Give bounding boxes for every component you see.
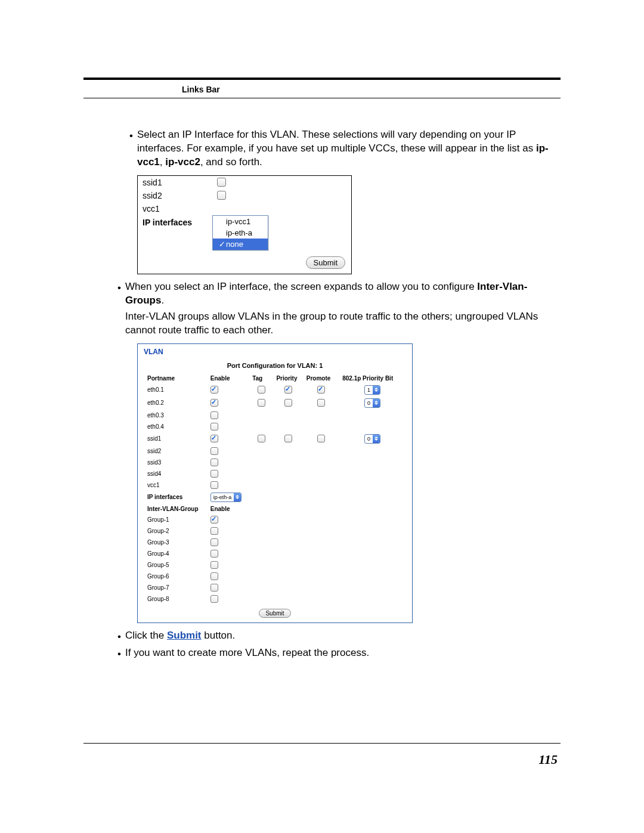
table-row: Group-8 — [145, 594, 405, 604]
b4-text: If you want to create more VLANs, repeat… — [125, 647, 369, 658]
updown-arrows-icon — [234, 493, 241, 501]
table-row: eth0.4 — [145, 422, 405, 432]
b1-bold2: ip-vcc2 — [165, 156, 200, 168]
b2-post: . — [161, 295, 164, 306]
shot2-caption: Port Configuration for VLAN: 1 — [144, 362, 406, 369]
enable-checkbox[interactable] — [210, 435, 218, 442]
dropdown-option[interactable]: ip-eth-a — [226, 228, 252, 237]
group-name: Group-5 — [145, 560, 207, 570]
priority-checkbox[interactable] — [284, 399, 292, 407]
port-name: eth0.4 — [145, 422, 207, 432]
promote-checkbox[interactable] — [317, 399, 325, 407]
table-row: ssid10 — [145, 433, 405, 445]
ip-interface-value: ip-eth-a — [211, 494, 234, 500]
submit-link[interactable]: Submit — [167, 630, 202, 641]
group-name: Group-3 — [145, 537, 207, 547]
updown-arrows-icon — [373, 386, 380, 394]
group-enable-checkbox[interactable] — [210, 584, 218, 592]
group-name: Group-6 — [145, 571, 207, 581]
b3-post: button. — [202, 630, 236, 641]
dropdown-option[interactable]: ip-vcc1 — [226, 217, 250, 226]
enable-checkbox[interactable] — [210, 481, 218, 489]
th-promote: Promote — [304, 374, 339, 383]
b3-pre: Click the — [125, 630, 167, 641]
priority-checkbox[interactable] — [284, 386, 292, 394]
bullet-2: • When you select an IP interface, the s… — [113, 280, 561, 337]
port-name: ssid4 — [145, 469, 207, 479]
port-name: eth0.2 — [145, 397, 207, 409]
table-row: Group-3 — [145, 537, 405, 547]
port-name: ssid3 — [145, 457, 207, 467]
b1-sep: , — [160, 156, 165, 168]
group-enable-checkbox[interactable] — [210, 516, 218, 524]
port-name: ssid2 — [145, 446, 207, 456]
screenshot-vlan-config: VLAN Port Configuration for VLAN: 1 Port… — [137, 343, 413, 623]
group-enable-checkbox[interactable] — [210, 595, 218, 603]
table-row: Group-2 — [145, 526, 405, 536]
group-header-enable: Enable — [208, 504, 249, 513]
table-row: eth0.3 — [145, 410, 405, 420]
group-name: Group-7 — [145, 583, 207, 593]
submit-button[interactable]: Submit — [259, 609, 290, 618]
port-name: ssid1 — [145, 433, 207, 445]
dropdown-option-selected[interactable]: none — [226, 240, 243, 249]
b2-para2: Inter-VLAN groups allow VLANs in the gro… — [125, 311, 538, 336]
group-enable-checkbox[interactable] — [210, 538, 218, 546]
table-row: Group-1 — [145, 515, 405, 525]
bullet-3: • Click the Submit button. — [113, 629, 561, 644]
th-tag: Tag — [250, 374, 273, 383]
table-row: Group-7 — [145, 583, 405, 593]
th-portname: Portname — [145, 374, 207, 383]
th-bit: 802.1p Priority Bit — [340, 374, 405, 383]
port-config-table: Portname Enable Tag Priority Promote 802… — [144, 373, 406, 605]
ip-interface-select[interactable]: ip-eth-a — [210, 493, 242, 502]
shot1-row-ssid2: ssid2 — [143, 191, 217, 200]
table-row: eth0.20 — [145, 397, 405, 409]
shot1-row-ssid1: ssid1 — [143, 178, 217, 187]
tag-checkbox[interactable] — [258, 435, 265, 442]
priority-checkbox[interactable] — [284, 435, 292, 442]
table-row: vcc1 — [145, 480, 405, 490]
th-priority: Priority — [274, 374, 302, 383]
updown-arrows-icon — [373, 435, 380, 443]
port-name: eth0.1 — [145, 384, 207, 396]
group-enable-checkbox[interactable] — [210, 550, 218, 558]
enable-checkbox[interactable] — [210, 411, 218, 419]
group-enable-checkbox[interactable] — [210, 572, 218, 580]
bullet-1: • Select an IP Interface for this VLAN. … — [125, 128, 561, 169]
b1-text-pre: Select an IP Interface for this VLAN. Th… — [137, 129, 536, 154]
b2-pre: When you select an IP interface, the scr… — [125, 281, 477, 292]
checkbox-icon[interactable] — [217, 178, 226, 187]
table-row: ssid2 — [145, 446, 405, 456]
enable-checkbox[interactable] — [210, 447, 218, 455]
ip-interface-dropdown[interactable]: ip-vcc1 ip-eth-a ✓none — [212, 215, 268, 250]
checkbox-icon[interactable] — [217, 191, 226, 200]
priority-bit-select[interactable]: 0 — [364, 398, 380, 408]
submit-button[interactable]: Submit — [306, 256, 345, 269]
enable-checkbox[interactable] — [210, 386, 218, 394]
shot2-title: VLAN — [144, 348, 406, 356]
priority-bit-select[interactable]: 1 — [364, 385, 380, 395]
b1-text-post: , and so forth. — [200, 156, 262, 168]
table-row: Group-5 — [145, 560, 405, 570]
priority-bit-select[interactable]: 0 — [364, 434, 380, 444]
ip-interfaces-label: IP interfaces — [145, 491, 207, 503]
tag-checkbox[interactable] — [258, 386, 265, 394]
group-enable-checkbox[interactable] — [210, 561, 218, 569]
enable-checkbox[interactable] — [210, 399, 218, 407]
tag-checkbox[interactable] — [258, 399, 265, 407]
enable-checkbox[interactable] — [210, 459, 218, 466]
enable-checkbox[interactable] — [210, 470, 218, 478]
page-number: 115 — [538, 752, 558, 767]
table-row: ssid4 — [145, 469, 405, 479]
port-name: eth0.3 — [145, 410, 207, 420]
bullet-4: • If you want to create more VLANs, repe… — [113, 646, 561, 661]
table-row: ssid3 — [145, 457, 405, 467]
group-enable-checkbox[interactable] — [210, 527, 218, 535]
group-name: Group-1 — [145, 515, 207, 525]
enable-checkbox[interactable] — [210, 423, 218, 431]
screenshot-ip-interface-dropdown: ssid1 ssid2 vcc1 ip-vcc1 ip-eth-a ✓none … — [137, 175, 352, 274]
updown-arrows-icon — [373, 399, 380, 407]
promote-checkbox[interactable] — [317, 435, 325, 442]
promote-checkbox[interactable] — [317, 386, 325, 394]
